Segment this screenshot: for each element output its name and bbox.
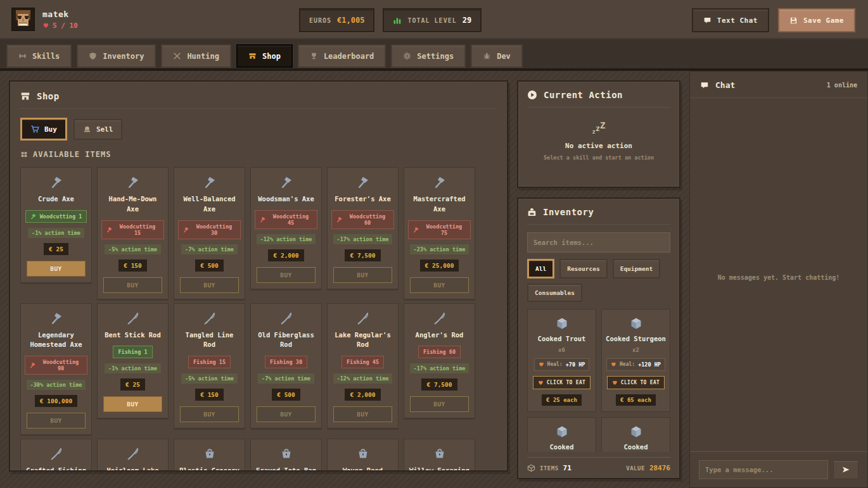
tab-label: Shop [262,52,281,61]
buy-button[interactable]: BUY [103,396,162,412]
current-action-title: Current Action [544,90,623,100]
euros-box: EUROS €1,005 [299,8,374,32]
tab-label: Inventory [103,52,144,61]
shop-item-card: Willow Foraging Basket Foraging 45 BUY [404,439,475,472]
item-price: € 500 [272,389,300,401]
item-name: Crude Axe [25,194,87,204]
inventory-item-name: Cooked [531,442,592,452]
save-game-button[interactable]: Save Game [778,8,855,32]
shop-item-card: Tangled Line Rod Fishing 15 -5% action t… [174,303,245,429]
skill-requirement-label: Woodcutting 45 [269,213,312,226]
fishing-rod-item-icon [178,311,241,326]
inventory-item-card: Cooked Trout x6 Heal: +70 HP CLICK TO EA… [527,309,596,412]
action-time-badge: -7% action time [181,244,238,254]
heal-heart-icon [611,361,616,367]
euros-value: €1,005 [337,16,364,25]
item-price: € 7,500 [421,379,457,391]
floppy-disk-icon [789,16,798,25]
total-level-box: TOTAL LEVEL 29 [383,8,482,32]
send-message-button[interactable] [833,460,858,479]
buy-button[interactable]: BUY [333,406,392,422]
woodcutting-icon [336,216,343,223]
woodcutting-icon [183,227,189,233]
item-name: Plastic Grocery Bag [178,466,241,472]
action-time-badge: -17% action time [410,363,469,373]
buy-button[interactable]: BUY [180,406,239,422]
shop-item-card: Plastic Grocery Bag Foraging 1 -1% actio… [174,439,245,472]
click-to-eat-button[interactable]: CLICK TO EAT [533,376,590,389]
inventory-item-price: € 65 each [616,394,656,406]
tab-skills[interactable]: Skills [6,44,72,68]
tab-inventory[interactable]: Inventory [77,44,156,68]
paper-plane-icon [841,465,850,474]
fishing-rod-item-icon [101,446,164,461]
buy-button[interactable]: BUY [27,413,86,429]
item-name: Mastercrafted Axe [408,194,471,215]
skill-requirement-badge: Woodcutting 60 [331,210,394,229]
skill-requirement-badge: Woodcutting 45 [255,210,317,229]
basket-item-icon [331,446,394,461]
inventory-panel-title: Inventory [543,207,594,217]
player-hp-value: 5 / 10 [53,22,78,30]
tab-hunting[interactable]: Hunting [161,44,231,68]
buy-button[interactable]: BUY [257,267,316,283]
filter-consumables[interactable]: Consumables [527,284,582,302]
heal-amount: +70 HP [566,361,585,368]
shop-item-card: Frayed Tote Bag Foraging 15 -5% action t… [250,439,322,472]
skill-requirement-label: Woodcutting 90 [39,359,82,372]
text-chat-button[interactable]: Text Chat [692,8,769,32]
buy-button[interactable]: BUY [410,396,469,412]
axe-item-icon [178,175,241,190]
inventory-filters: AllResourcesEquipmentConsumables [527,259,670,302]
item-name: Woodsman's Axe [255,194,317,204]
inventory-item-price: € 25 each [542,394,582,406]
buy-button[interactable]: BUY [180,277,239,293]
item-price: € 100,000 [35,395,77,407]
shop-item-card: Legendary Homestead Axe Woodcutting 90 -… [20,303,92,435]
buy-button[interactable]: BUY [257,406,316,422]
chat-panel: Chat 1 online No messages yet. Start cha… [689,71,868,488]
filter-resources[interactable]: Resources [559,259,607,278]
buy-button[interactable]: BUY [103,277,162,293]
buy-tab-button[interactable]: Buy [20,118,67,141]
skill-requirement-label: Fishing 60 [423,349,456,355]
item-name: Woven Reed Basket [331,466,394,472]
click-to-eat-button[interactable]: CLICK TO EAT [607,376,665,389]
search-input[interactable] [527,232,670,253]
item-name: Heirloom Lake Rod [101,466,164,472]
item-name: Tangled Line Rod [178,330,241,351]
tab-shop[interactable]: Shop [236,44,293,68]
item-name: Lake Regular's Rod [331,330,394,351]
inventory-item-qty: x2 [605,347,667,353]
shop-item-card: Angler's Rod Fishing 60 -17% action time… [404,303,475,419]
tab-leaderboard[interactable]: Leaderboard [298,44,386,68]
buy-button[interactable]: BUY [27,261,86,277]
crossed-swords-icon [173,52,181,60]
item-name: Hand-Me-Down Axe [101,194,164,215]
value-label: VALUE [626,465,645,472]
chat-bubble-icon [700,81,709,90]
shop-item-card: Crude Axe Woodcutting 1 -1% action time … [20,167,92,283]
inventory-item-card: Cooked [601,417,670,452]
skill-requirement-label: Woodcutting 1 [40,213,82,220]
item-price: € 2,000 [268,249,303,261]
action-time-badge: -30% action time [27,380,86,390]
action-time-badge: -5% action time [105,244,161,254]
sell-tab-button[interactable]: Sell [73,119,123,140]
shop-item-card: Woodsman's Axe Woodcutting 45 -12% actio… [250,167,322,289]
buy-button[interactable]: BUY [410,277,469,293]
shop-item-card: Forester's Axe Woodcutting 60 -17% actio… [327,167,399,289]
tab-settings[interactable]: Settings [391,44,466,68]
heal-amount: +120 HP [638,361,661,368]
inventory-footer: ITEMS 71 VALUE 28476 [527,457,670,472]
chat-message-input[interactable] [699,460,828,479]
filter-all[interactable]: All [527,259,554,278]
filter-equipment[interactable]: Equipment [613,259,660,278]
item-name: Crafted Fishing Rod [25,466,87,472]
skill-requirement-label: Fishing 15 [193,359,226,365]
inventory-divider [527,224,670,225]
axe-item-icon [255,175,317,190]
tab-dev[interactable]: Dev [471,44,523,68]
fishing-rod-item-icon [331,311,394,326]
buy-button[interactable]: BUY [333,267,392,283]
